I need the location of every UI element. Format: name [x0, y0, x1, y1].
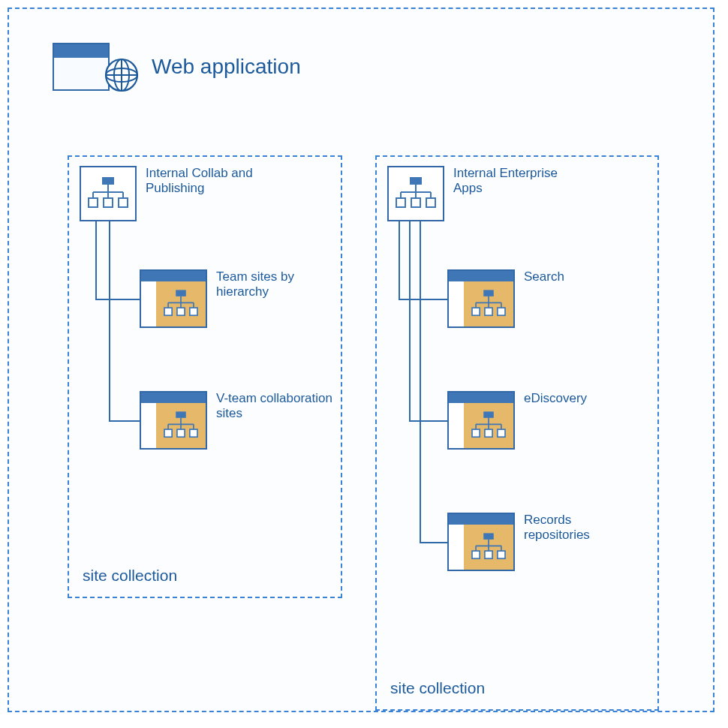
svg-rect-12 [104, 198, 113, 207]
hierarchy-icon [468, 287, 509, 320]
subsite-icon [140, 269, 207, 328]
collection-label-right: site collection [390, 679, 485, 697]
subsite-icon [447, 269, 515, 328]
collection-label-left: site collection [83, 567, 177, 585]
svg-rect-14 [176, 290, 186, 296]
site-root-icon [80, 166, 137, 221]
svg-rect-47 [472, 308, 480, 315]
hierarchy-icon [161, 287, 201, 320]
svg-rect-13 [119, 198, 128, 207]
subsite-icon [447, 513, 515, 571]
app-window-icon [53, 43, 110, 91]
subsite-row-right-1: Search [447, 269, 564, 328]
subsite-row-left-2: V-team collaboration sites [140, 391, 332, 450]
subsite-label: Team sites by hierarchy [216, 269, 332, 300]
subsite-row-right-3: Records repositories [447, 513, 640, 571]
svg-rect-49 [498, 308, 505, 315]
subsite-row-left-1: Team sites by hierarchy [140, 269, 332, 328]
subsite-label: V-team collaboration sites [216, 391, 332, 422]
site-collection-right: Internal Enterprise Apps [375, 155, 659, 711]
svg-rect-31 [190, 429, 197, 437]
svg-rect-67 [498, 551, 505, 558]
globe-icon [104, 57, 140, 93]
svg-rect-20 [164, 308, 172, 315]
site-root-label: Internal Collab and Publishing [146, 166, 262, 197]
svg-rect-65 [472, 551, 480, 558]
hierarchy-icon [468, 409, 509, 442]
webapp-header: Web application [53, 41, 301, 93]
svg-rect-38 [396, 198, 405, 207]
svg-rect-57 [485, 429, 492, 437]
svg-rect-66 [485, 551, 492, 558]
svg-rect-59 [483, 533, 494, 539]
site-collection-left: Internal Collab and Publishing [68, 155, 342, 598]
hierarchy-icon [468, 531, 509, 564]
webapp-title: Web application [152, 55, 301, 79]
svg-rect-50 [483, 411, 494, 417]
svg-rect-32 [410, 177, 422, 185]
svg-rect-5 [102, 177, 114, 185]
subsite-icon [447, 391, 515, 450]
svg-rect-21 [177, 308, 185, 315]
webapp-container: Web application [8, 8, 714, 712]
subsite-icon [140, 391, 207, 450]
svg-rect-11 [89, 198, 98, 207]
svg-rect-23 [176, 411, 186, 417]
hierarchy-icon [86, 174, 131, 213]
svg-rect-30 [177, 429, 185, 437]
svg-rect-48 [485, 308, 492, 315]
svg-rect-22 [190, 308, 197, 315]
subsite-label: Records repositories [524, 513, 640, 543]
subsite-label: eDiscovery [524, 391, 587, 406]
site-root-row-left: Internal Collab and Publishing [80, 166, 262, 221]
svg-rect-56 [472, 429, 480, 437]
subsite-label: Search [524, 269, 564, 284]
site-root-label: Internal Enterprise Apps [453, 166, 570, 197]
subsite-row-right-2: eDiscovery [447, 391, 587, 450]
svg-rect-40 [426, 198, 435, 207]
site-root-row-right: Internal Enterprise Apps [387, 166, 570, 221]
collections-row: Internal Collab and Publishing [68, 155, 659, 711]
svg-rect-29 [164, 429, 172, 437]
svg-rect-41 [483, 290, 494, 296]
svg-rect-58 [498, 429, 505, 437]
hierarchy-icon [393, 174, 438, 213]
svg-rect-39 [411, 198, 420, 207]
hierarchy-icon [161, 409, 201, 442]
site-root-icon [387, 166, 444, 221]
